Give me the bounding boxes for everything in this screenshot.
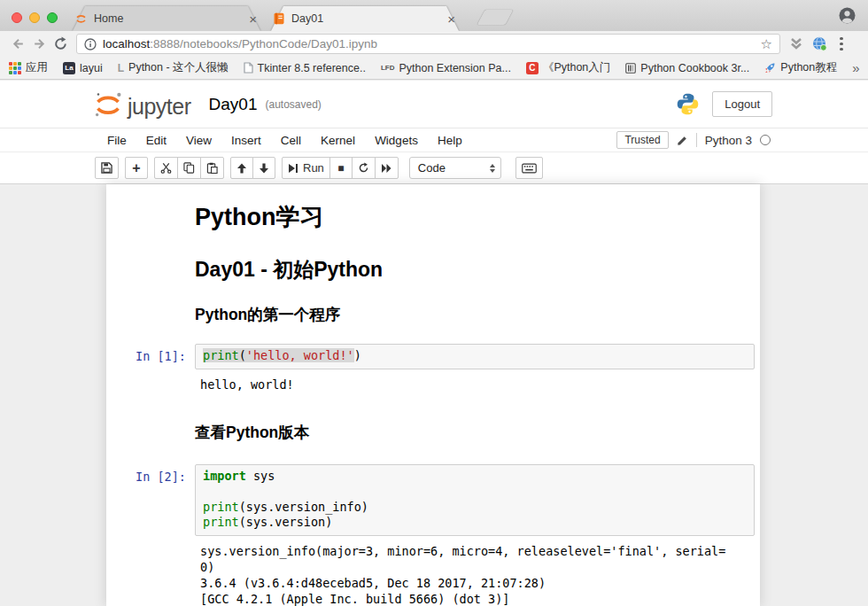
output-area-2: sys.version_info(major=3, minor=6, micro… (199, 536, 755, 606)
bookmark-layui[interactable]: La layui (63, 62, 103, 74)
menu-insert[interactable]: Insert (221, 131, 271, 150)
forward-icon[interactable] (28, 34, 50, 55)
move-cell-up-button[interactable] (230, 157, 253, 179)
bookmark-apps[interactable]: 应用 (9, 60, 48, 75)
menu-file[interactable]: File (97, 131, 136, 150)
step-forward-icon (288, 163, 298, 174)
reload-icon[interactable] (50, 34, 71, 55)
bookmark-python-blog[interactable]: L Python - 这个人很懒 (118, 60, 229, 75)
notebook-file-favicon (273, 12, 285, 25)
browser-tab-strip: Home × Day01 × (0, 0, 868, 31)
code-editor-1[interactable]: print('hello, world!') (195, 344, 755, 369)
bookmark-tkinter[interactable]: Tkinter 8.5 reference.. (244, 62, 366, 74)
bookmark-python-intro[interactable]: C 《Python入门 (526, 60, 610, 75)
arrow-up-icon (236, 163, 247, 174)
trusted-button[interactable]: Trusted (616, 131, 668, 149)
bookmark-python-cookbook[interactable]: Python Cookbook 3r... (625, 62, 749, 74)
lfd-favicon: LFD (381, 62, 395, 74)
back-icon[interactable] (7, 34, 28, 55)
input-prompt-1: In [1]: (111, 344, 195, 369)
page-info-icon[interactable] (84, 38, 97, 50)
interrupt-kernel-button[interactable]: ■ (329, 157, 353, 179)
url-path: :8888/notebooks/PythonCode/Day01.ipynb (150, 37, 377, 50)
divider (696, 133, 697, 147)
code-cell-1: In [1]: print('hello, world!') (111, 344, 755, 369)
book-favicon (625, 63, 636, 74)
tab-day01-close-icon[interactable]: × (446, 12, 457, 26)
tab-home-label: Home (94, 12, 241, 25)
browser-toolbar: localhost :8888/notebooks/PythonCode/Day… (0, 31, 868, 57)
layui-favicon: La (63, 62, 75, 74)
jupyter-favicon (74, 12, 88, 26)
add-cell-button[interactable]: + (125, 157, 148, 179)
code-editor-2[interactable]: import sys print(sys.version_info) print… (195, 464, 755, 536)
jupyter-logo[interactable]: jupyter (92, 91, 191, 118)
tab-home[interactable]: Home × (73, 6, 260, 31)
paste-icon (206, 162, 218, 174)
notebook-menubar: File Edit View Insert Cell Kernel Widget… (0, 128, 868, 152)
notebook-toolbar: + (0, 152, 868, 184)
markdown-h2: Day01 - 初始Python (195, 256, 748, 284)
code-cell-2: In [2]: import sys print(sys.version_inf… (111, 464, 755, 536)
arrow-down-icon (259, 163, 269, 174)
url-host: localhost (103, 37, 150, 50)
notebook-container: Python学习 Day01 - 初始Python Python的第一个程序 I… (106, 184, 760, 606)
fast-forward-icon (381, 163, 392, 174)
extension-chevrons-icon[interactable] (789, 37, 803, 50)
markdown-h1: Python学习 (195, 201, 748, 233)
copy-icon (183, 162, 195, 174)
fullscreen-window-button[interactable] (47, 12, 58, 23)
scissors-icon (160, 162, 172, 174)
edit-pencil-icon[interactable] (677, 135, 688, 146)
notebook-title[interactable]: Day01 (209, 95, 258, 114)
move-cell-down-button[interactable] (252, 157, 275, 179)
autosave-status: (autosaved) (265, 98, 321, 111)
restart-run-all-button[interactable] (375, 157, 399, 179)
browser-menu-icon[interactable] (836, 37, 847, 51)
keyboard-icon (522, 163, 537, 174)
save-button[interactable] (95, 157, 119, 179)
csdn-favicon: C (526, 62, 539, 74)
apps-grid-icon (9, 62, 21, 74)
logout-button[interactable]: Logout (712, 91, 772, 117)
input-prompt-2: In [2]: (111, 464, 195, 536)
paste-cell-button[interactable] (200, 157, 224, 179)
menu-help[interactable]: Help (428, 131, 472, 150)
menu-cell[interactable]: Cell (271, 131, 311, 150)
menu-widgets[interactable]: Widgets (365, 131, 428, 150)
menu-view[interactable]: View (176, 131, 221, 150)
bookmark-python-tutorial[interactable]: Python教程 (764, 60, 837, 75)
menu-kernel[interactable]: Kernel (311, 131, 365, 150)
kernel-idle-indicator-icon (760, 135, 771, 145)
tab-day01[interactable]: Day01 × (271, 6, 459, 31)
python-logo-icon (676, 92, 700, 116)
cut-cell-button[interactable] (154, 157, 178, 179)
window-controls (12, 12, 58, 23)
restart-kernel-button[interactable] (352, 157, 376, 179)
jupyter-header: jupyter Day01 (autosaved) Logout (0, 81, 868, 128)
minimize-window-button[interactable] (29, 12, 40, 23)
command-palette-button[interactable] (515, 157, 543, 179)
menu-edit[interactable]: Edit (136, 131, 176, 150)
bookmarks-bar: 应用 La layui L Python - 这个人很懒 Tkinter 8.5… (0, 57, 868, 80)
tab-home-close-icon[interactable]: × (247, 12, 259, 26)
notebook-scroll-area[interactable]: Python学习 Day01 - 初始Python Python的第一个程序 I… (0, 184, 868, 606)
output-area-1: hello, world! (199, 369, 755, 392)
bookmark-star-icon[interactable]: ☆ (761, 37, 772, 50)
jupyter-logo-text: jupyter (128, 96, 191, 118)
kernel-name: Python 3 (705, 134, 752, 147)
profile-avatar-icon[interactable] (839, 7, 856, 24)
restart-icon (358, 162, 369, 174)
run-cell-button[interactable]: Run (282, 157, 330, 179)
cell-type-select[interactable]: Code (409, 157, 501, 179)
document-favicon (244, 62, 253, 74)
new-tab-button[interactable] (477, 10, 513, 25)
floppy-icon (101, 162, 112, 174)
address-bar[interactable]: localhost :8888/notebooks/PythonCode/Day… (76, 34, 780, 54)
globe-extension-icon[interactable] (812, 36, 827, 51)
close-window-button[interactable] (12, 12, 22, 23)
markdown-h3-version: 查看Python版本 (195, 422, 748, 443)
copy-cell-button[interactable] (177, 157, 201, 179)
bookmarks-overflow-icon[interactable]: » (852, 60, 859, 75)
bookmark-python-extension[interactable]: LFD Python Extension Pa... (381, 62, 511, 74)
